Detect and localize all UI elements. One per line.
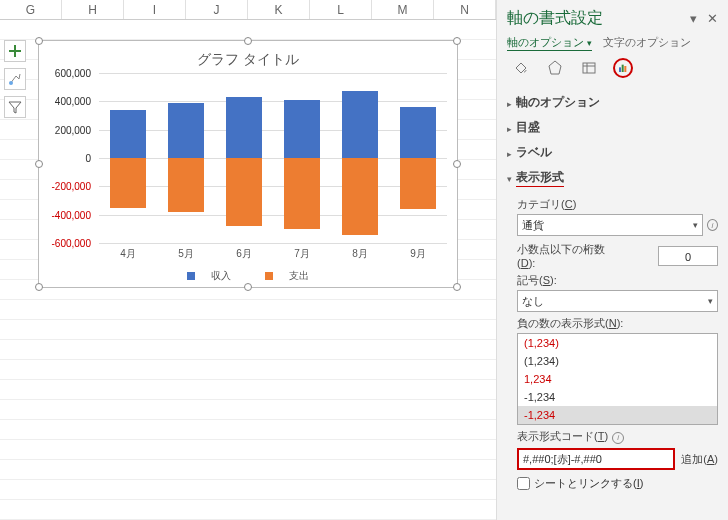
- col-header[interactable]: K: [248, 0, 310, 19]
- fill-icon[interactable]: [511, 58, 531, 78]
- x-tick-label: 9月: [410, 247, 426, 261]
- bar-income[interactable]: [110, 110, 146, 158]
- svg-rect-5: [624, 66, 626, 72]
- add-button[interactable]: 追加(A): [681, 452, 718, 467]
- info-icon[interactable]: i: [612, 432, 624, 444]
- col-header[interactable]: H: [62, 0, 124, 19]
- column-headers: G H I J K L M N: [0, 0, 496, 20]
- size-icon[interactable]: [579, 58, 599, 78]
- chart-title[interactable]: グラフ タイトル: [39, 41, 457, 73]
- close-icon[interactable]: ✕: [707, 11, 718, 26]
- negative-format-option[interactable]: (1,234): [518, 334, 717, 352]
- axis-options-icon[interactable]: [613, 58, 633, 78]
- x-axis[interactable]: 4月5月6月7月8月9月: [99, 247, 447, 261]
- bar-expense[interactable]: [226, 158, 262, 226]
- x-tick-label: 5月: [178, 247, 194, 261]
- pane-subtabs: 軸のオプション ▾ 文字のオプション: [507, 35, 718, 50]
- negative-format-option[interactable]: -1,234: [518, 406, 717, 424]
- resize-handle[interactable]: [35, 283, 43, 291]
- col-header[interactable]: G: [0, 0, 62, 19]
- resize-handle[interactable]: [35, 37, 43, 45]
- resize-handle[interactable]: [453, 37, 461, 45]
- svg-marker-1: [549, 61, 561, 74]
- bar-income[interactable]: [226, 97, 262, 158]
- section-labels[interactable]: ラベル: [507, 140, 718, 165]
- tab-text-options[interactable]: 文字のオプション: [603, 36, 691, 48]
- pane-title: 軸の書式設定: [507, 8, 603, 29]
- spreadsheet-area: G H I J K L M N グラフ タイトル: [0, 0, 496, 520]
- option-category-icons: [507, 58, 718, 78]
- col-header[interactable]: N: [434, 0, 496, 19]
- y-tick-label: 400,000: [55, 96, 91, 107]
- x-tick-label: 4月: [120, 247, 136, 261]
- y-tick-label: -200,000: [52, 181, 91, 192]
- bar-expense[interactable]: [342, 158, 378, 235]
- section-axis-options[interactable]: 軸のオプション: [507, 90, 718, 115]
- svg-rect-2: [583, 63, 595, 73]
- col-header[interactable]: I: [124, 0, 186, 19]
- x-tick-label: 8月: [352, 247, 368, 261]
- y-axis[interactable]: 600,000400,000200,0000-200,000-400,000-6…: [41, 73, 95, 243]
- y-tick-label: 200,000: [55, 124, 91, 135]
- negative-format-option[interactable]: (1,234): [518, 352, 717, 370]
- negative-label: 負の数の表示形式(N):: [517, 316, 718, 331]
- bar-income[interactable]: [168, 103, 204, 158]
- decimals-input[interactable]: 0: [658, 246, 718, 266]
- resize-handle[interactable]: [453, 160, 461, 168]
- chart-object[interactable]: グラフ タイトル 600,000400,000200,0000-200,000-…: [38, 40, 458, 288]
- chart-element-toolstrip: [4, 40, 26, 118]
- tab-axis-options[interactable]: 軸のオプション ▾: [507, 36, 592, 51]
- col-header[interactable]: L: [310, 0, 372, 19]
- y-tick-label: -400,000: [52, 209, 91, 220]
- symbol-select[interactable]: なし: [517, 290, 718, 312]
- pane-dropdown-icon[interactable]: ▾: [690, 11, 697, 26]
- negative-format-list[interactable]: (1,234)(1,234)1,234-1,234-1,234: [517, 333, 718, 425]
- format-code-label: 表示形式コード(T)i: [517, 429, 718, 444]
- format-axis-pane: 軸の書式設定 ▾ ✕ 軸のオプション ▾ 文字のオプション 軸のオプション 目盛…: [496, 0, 728, 520]
- category-label: カテゴリ(C): [517, 197, 718, 212]
- x-tick-label: 7月: [294, 247, 310, 261]
- negative-format-option[interactable]: -1,234: [518, 388, 717, 406]
- resize-handle[interactable]: [244, 37, 252, 45]
- svg-rect-3: [619, 67, 621, 72]
- link-to-source-checkbox[interactable]: シートとリンクする(I): [517, 476, 718, 491]
- category-select[interactable]: 通貨: [517, 214, 703, 236]
- col-header[interactable]: M: [372, 0, 434, 19]
- bar-expense[interactable]: [400, 158, 436, 209]
- bar-expense[interactable]: [284, 158, 320, 229]
- symbol-label: 記号(S):: [517, 273, 718, 288]
- svg-point-0: [9, 81, 13, 85]
- chart-elements-button[interactable]: [4, 40, 26, 62]
- x-tick-label: 6月: [236, 247, 252, 261]
- effects-icon[interactable]: [545, 58, 565, 78]
- y-tick-label: -600,000: [52, 238, 91, 249]
- plot-area[interactable]: 600,000400,000200,0000-200,000-400,000-6…: [99, 73, 447, 243]
- legend[interactable]: 収入 支出: [39, 269, 457, 283]
- info-icon[interactable]: i: [707, 219, 718, 231]
- bars: [99, 73, 447, 243]
- resize-handle[interactable]: [453, 283, 461, 291]
- number-format-form: カテゴリ(C) 通貨 i 小数点以下の桁数(D): 0 記号(S): なし 負の…: [507, 191, 718, 491]
- section-number-format[interactable]: 表示形式: [507, 165, 718, 191]
- y-tick-label: 0: [85, 153, 91, 164]
- col-header[interactable]: J: [186, 0, 248, 19]
- bar-expense[interactable]: [110, 158, 146, 208]
- section-tick-marks[interactable]: 目盛: [507, 115, 718, 140]
- format-code-input[interactable]: #,##0;[赤]-#,##0: [517, 448, 675, 470]
- y-tick-label: 600,000: [55, 68, 91, 79]
- decimals-label: 小数点以下の桁数(D):: [517, 242, 605, 269]
- bar-expense[interactable]: [168, 158, 204, 212]
- bar-income[interactable]: [284, 100, 320, 158]
- bar-income[interactable]: [400, 107, 436, 158]
- negative-format-option[interactable]: 1,234: [518, 370, 717, 388]
- bar-income[interactable]: [342, 91, 378, 158]
- checkbox[interactable]: [517, 477, 530, 490]
- chart-filters-button[interactable]: [4, 96, 26, 118]
- resize-handle[interactable]: [244, 283, 252, 291]
- chart-styles-button[interactable]: [4, 68, 26, 90]
- svg-rect-4: [622, 65, 624, 72]
